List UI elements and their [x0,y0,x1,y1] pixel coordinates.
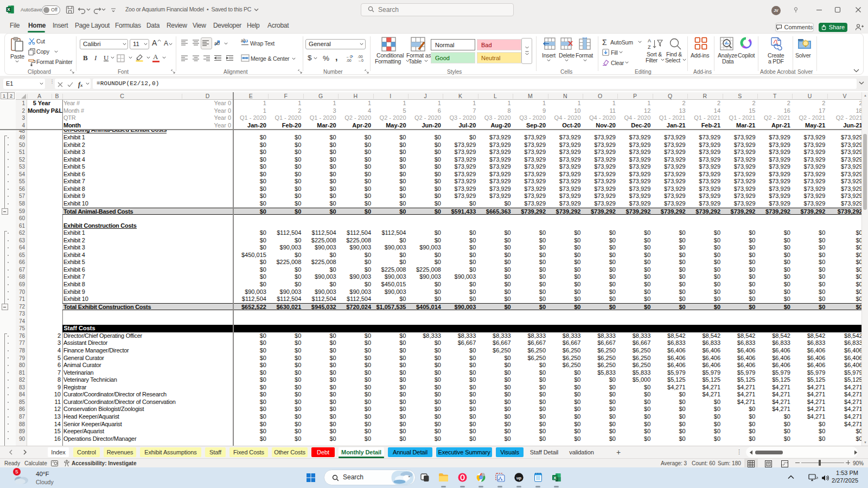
svg-text:up: up [516,476,522,480]
svg-text:A: A [648,38,651,43]
svg-text:.00: .00 [358,55,363,59]
svg-text:X: X [7,7,10,12]
svg-text:←0: ←0 [346,55,352,59]
svg-text:Z: Z [648,44,651,50]
svg-text:→0: →0 [358,59,363,62]
svg-text:X: X [553,476,556,480]
svg-text:ab: ab [241,38,246,43]
svg-text:.00: .00 [346,59,352,62]
svg-text:ab: ab [214,41,220,46]
